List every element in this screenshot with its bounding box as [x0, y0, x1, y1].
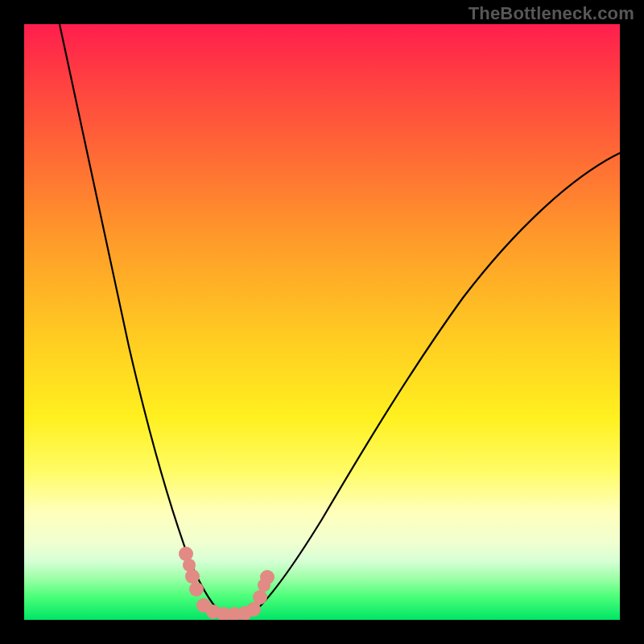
svg-point-12: [260, 570, 275, 584]
curves-layer: [24, 24, 620, 620]
watermark-text: TheBottleneck.com: [469, 3, 634, 24]
valley-markers: [179, 547, 275, 620]
chart-frame: TheBottleneck.com: [0, 0, 644, 644]
svg-point-2: [185, 569, 200, 584]
left-curve: [60, 24, 225, 616]
plot-area: [24, 24, 620, 620]
svg-point-0: [179, 547, 193, 561]
svg-point-3: [189, 582, 204, 597]
right-curve: [250, 153, 620, 616]
svg-point-10: [253, 590, 267, 605]
